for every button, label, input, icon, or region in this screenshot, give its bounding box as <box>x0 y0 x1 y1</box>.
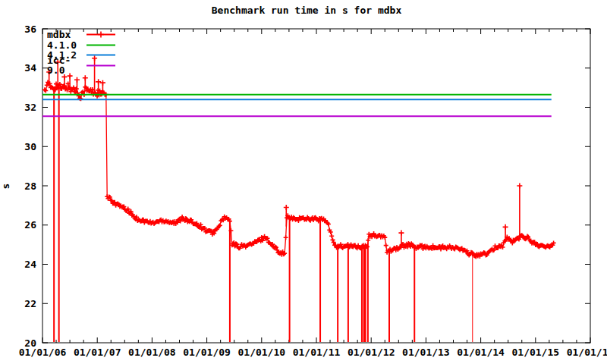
x-tick-label: 01/01/11 <box>293 347 341 358</box>
legend-sample-line <box>86 40 116 50</box>
x-tick-label: 01/01/08 <box>128 347 176 358</box>
x-tick-label: 01/01/10 <box>237 347 285 358</box>
y-tick-label: 22 <box>24 298 36 309</box>
legend-label: mdbx <box>47 30 86 39</box>
axis-ticks <box>42 29 590 343</box>
y-tick-label: 30 <box>24 141 36 152</box>
legend-label: 4.1.0 <box>47 40 86 50</box>
chart-title: Benchmark run time in s for mdbx <box>0 5 607 16</box>
y-tick-label: 32 <box>24 102 36 113</box>
y-tick-label: 26 <box>24 219 36 231</box>
x-tick-label: 01/01/12 <box>348 347 395 358</box>
x-tick-label: 01/01/15 <box>511 347 559 358</box>
legend-sample-line <box>86 61 116 71</box>
x-tick-label: 01/01/13 <box>402 347 450 358</box>
x-tick-label: 01/01/06 <box>19 347 67 358</box>
y-tick-label: 36 <box>24 24 36 35</box>
plot-border <box>42 29 590 343</box>
legend-label: icc-9.0 <box>47 55 86 75</box>
x-tick-label: 01/01/14 <box>457 347 505 358</box>
y-tick-label: 34 <box>24 62 36 74</box>
x-tick-label: 01/01/07 <box>74 347 121 358</box>
series-mdbx <box>42 55 556 342</box>
legend-item-mdbx: mdbx <box>47 30 116 40</box>
benchmark-chart: 20222426283032343601/01/0601/01/0701/01/… <box>0 0 607 364</box>
y-tick-label: 28 <box>24 180 36 192</box>
legend-item-4-1-0: 4.1.0 <box>47 40 116 51</box>
y-axis-label: s <box>0 184 11 190</box>
x-tick-label: 01/01/09 <box>183 347 231 358</box>
x-tick-label: 01/01/16 <box>567 347 607 358</box>
legend-sample-line <box>86 30 116 39</box>
legend-sample-line <box>86 50 116 60</box>
legend-item-icc-9-0: icc-9.0 <box>47 61 116 71</box>
y-tick-label: 24 <box>24 259 36 270</box>
legend: mdbx4.1.04.1.2icc-9.0 <box>47 30 116 71</box>
